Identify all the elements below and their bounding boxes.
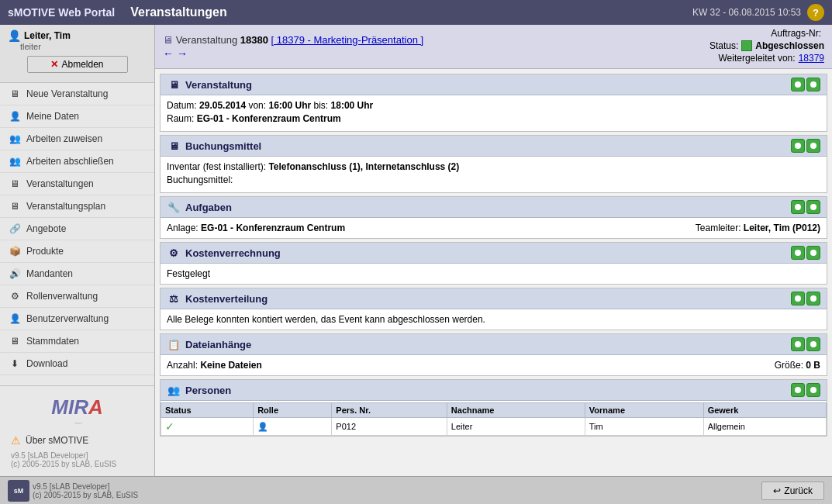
bis-label: bis: <box>314 100 329 111</box>
kostenverrechnung-ctrl-2[interactable] <box>806 246 820 260</box>
status-label: Status: <box>709 40 738 51</box>
datei-ctrl-1[interactable] <box>791 337 805 351</box>
section-dateiAnhaenge-header: 📋 Dateianhänge <box>161 334 827 355</box>
kostenverteilung-value: Alle Belege konnten kontiert werden, das… <box>167 314 485 325</box>
weitergeleitet-label: Weitergeleitet von: <box>718 53 795 64</box>
arrow-forward[interactable]: → <box>177 47 188 60</box>
event-parent-link[interactable]: [ 18379 - Marketing-Präsentation ] <box>271 34 424 46</box>
sidebar-item-arbeiten-zuweisen[interactable]: 👥Arbeiten zuweisen <box>0 128 154 150</box>
bottom-bar: sM v9.5 [sLAB Developer] (c) 2005-2015 b… <box>0 476 832 504</box>
datei-ctrl-2[interactable] <box>806 337 820 351</box>
inventar-row: Inventar (fest installiert): Telefonansc… <box>167 161 820 172</box>
logo-small: sM <box>8 480 29 502</box>
sidebar-item-angebote[interactable]: 🔗Angebote <box>0 218 154 240</box>
monitor-icon: 🖥 <box>8 177 22 191</box>
personen-ctrl-2[interactable] <box>806 383 820 397</box>
monitor-icon-small: 🖥 <box>163 34 173 46</box>
kostenverteilung-controls <box>791 292 820 306</box>
sidebar-item-stammdaten[interactable]: 🖥Stammdaten <box>0 330 154 353</box>
section-kostenverteilung-body: Alle Belege konnten kontiert werden, das… <box>161 309 827 330</box>
cell-pers-nr: P012 <box>332 418 447 436</box>
user-name: Leiter, Tim <box>24 30 71 41</box>
nav-label-meine-daten: Meine Daten <box>26 111 79 122</box>
persons-table: Status Rolle Pers. Nr. Nachname Vorname … <box>161 402 827 436</box>
bm-row: Buchungsmittel: <box>167 174 820 185</box>
sidebar-item-produkte[interactable]: 📦Produkte <box>0 240 154 263</box>
section-buchungsmittel-title: 🖥 Buchungsmittel <box>167 139 261 153</box>
mira-logo: MIRA 〰 <box>6 392 148 431</box>
help-button[interactable]: ? <box>807 4 824 21</box>
section-aufgaben-header: 🔧 Aufgaben <box>161 197 827 218</box>
buchungsmittel-controls <box>791 139 820 153</box>
veranstaltung-controls <box>791 78 820 91</box>
table-row: ✓ 👤 P012 Leiter Tim Allgemein <box>161 418 827 436</box>
about-item[interactable]: ⚠ Über sMOTIVE <box>6 431 148 450</box>
nav-label-stammdaten: Stammdaten <box>26 336 79 347</box>
back-button[interactable]: ↩ Zurück <box>761 482 824 500</box>
col-status: Status <box>161 403 254 418</box>
section-personen: 👥 Personen Status <box>160 379 827 437</box>
aufgaben-icon: 🔧 <box>167 200 181 214</box>
monitor-icon: 🖥 <box>8 334 22 348</box>
person-role-icon: 👤 <box>257 422 268 431</box>
auftrag-label: Auftrags-Nr: <box>771 28 821 39</box>
datum-value: 29.05.2014 <box>199 100 246 111</box>
section-kostenverrechnung: ⚙ Kostenverrechnung Festgelegt <box>160 242 827 285</box>
anzahl-info: Anzahl: Keine Dateien <box>167 360 262 371</box>
buchungsmittel-ctrl-2[interactable] <box>806 139 820 153</box>
kostenverteilung-ctrl-1[interactable] <box>791 292 805 306</box>
cell-gewerk: Allgemein <box>703 418 826 436</box>
nav-items-container: 🖥Neue Veranstaltung👤Meine Daten👥Arbeiten… <box>0 83 154 375</box>
sidebar-nav: 🖥Neue Veranstaltung👤Meine Daten👥Arbeiten… <box>0 83 154 385</box>
bis-value: 18:00 Uhr <box>331 100 374 111</box>
datum-label: Datum: <box>167 100 197 111</box>
section-kostenverrechnung-title: ⚙ Kostenverrechnung <box>167 246 281 260</box>
section-datei-body: Anzahl: Keine Dateien Größe: 0 B <box>161 355 827 375</box>
veranstaltung-ctrl-2[interactable] <box>806 78 820 91</box>
nav-label-benutzerverwaltung: Benutzerverwaltung <box>26 313 109 324</box>
sidebar-item-meine-daten[interactable]: 👤Meine Daten <box>0 105 154 128</box>
nav-label-veranstaltungen: Veranstaltungen <box>26 178 94 189</box>
section-buchungsmittel-header: 🖥 Buchungsmittel <box>161 136 827 157</box>
footer-copyright: (c) 2005-2015 by sLAB, EuSIS <box>33 491 138 499</box>
sidebar-item-mandanten[interactable]: 🔊Mandanten <box>0 263 154 285</box>
content-scroll: 🖥 Veranstaltung Datum: 29.05.2014 von: <box>155 69 832 476</box>
gear-icon: ⚙ <box>8 289 22 303</box>
kostenverrechnung-ctrl-1[interactable] <box>791 246 805 260</box>
section-kostenverrechnung-body: Festgelegt <box>161 264 827 284</box>
sidebar-item-rollenverwaltung[interactable]: ⚙Rollenverwaltung <box>0 285 154 308</box>
user-sub: tleiter <box>20 42 147 51</box>
section-veranstaltung-body: Datum: 29.05.2014 von: 16:00 Uhr bis: 18… <box>161 95 827 131</box>
sidebar-item-veranstaltungen[interactable]: 🖥Veranstaltungen <box>0 173 154 195</box>
nav-arrows: ← → <box>163 47 423 60</box>
sidebar-item-benutzerverwaltung[interactable]: 👤Benutzerverwaltung <box>0 308 154 330</box>
copyright-line: (c) 2005-2015 by sLAB, EuSIS <box>11 460 143 468</box>
event-title: 🖥 Veranstaltung 18380 [ 18379 - Marketin… <box>163 34 423 46</box>
sidebar-item-neue-veranstaltung[interactable]: 🖥Neue Veranstaltung <box>0 83 154 105</box>
logout-button[interactable]: ✕ Abmelden <box>27 56 128 73</box>
sidebar-item-download[interactable]: ⬇Download <box>0 353 154 375</box>
logo-footer: sM v9.5 [sLAB Developer] (c) 2005-2015 b… <box>8 480 138 502</box>
section-aufgaben-body: Anlage: EG-01 - Konferenzraum Centrum Te… <box>161 218 827 238</box>
personen-ctrl-1[interactable] <box>791 383 805 397</box>
anlage-label: Anlage: <box>167 223 199 233</box>
col-nachname: Nachname <box>447 403 585 418</box>
warning-icon: ⚠ <box>11 434 21 447</box>
weitergeleitet-link[interactable]: 18379 <box>799 53 824 64</box>
weitergeleitet-row: Weitergeleitet von: 18379 <box>709 53 824 64</box>
veranstaltung-ctrl-1[interactable] <box>791 78 805 91</box>
kostenverrechnung-value: Festgelegt <box>167 268 210 279</box>
aufgaben-ctrl-1[interactable] <box>791 200 805 214</box>
sidebar-item-veranstaltungsplan[interactable]: 🖥Veranstaltungsplan <box>0 195 154 218</box>
kostenverteilung-ctrl-2[interactable] <box>806 292 820 306</box>
user-name-row: 👤 Leiter, Tim <box>8 29 147 42</box>
download-icon: ⬇ <box>8 357 22 371</box>
buchungsmittel-ctrl-1[interactable] <box>791 139 805 153</box>
aufgaben-ctrl-2[interactable] <box>806 200 820 214</box>
monitor-icon: 🖥 <box>8 87 22 101</box>
sidebar-item-arbeiten-abschliessen[interactable]: 👥Arbeiten abschließen <box>0 150 154 173</box>
person-icon: 👤 <box>8 109 22 123</box>
top-bar: sMOTIVE Web Portal Veranstaltungen KW 32… <box>0 0 832 25</box>
arrow-back[interactable]: ← <box>163 47 174 60</box>
page-title: Veranstaltungen <box>115 5 692 19</box>
